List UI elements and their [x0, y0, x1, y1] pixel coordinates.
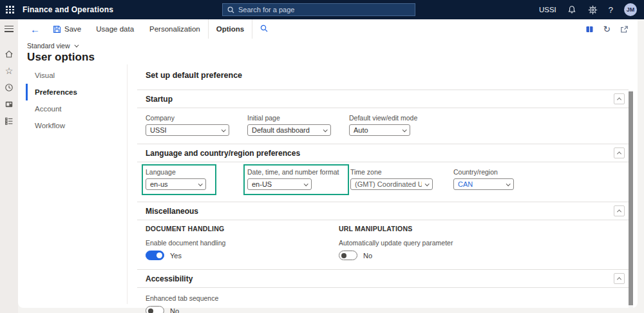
search-icon: [227, 6, 234, 14]
company-select[interactable]: USSI: [146, 124, 229, 136]
refresh-icon[interactable]: ↻: [603, 24, 611, 34]
chevron-down-icon: [506, 182, 511, 186]
enable-document-handling-state: Yes: [170, 252, 182, 260]
nav-item-preferences[interactable]: Preferences: [26, 84, 122, 100]
tab-personalization[interactable]: Personalization: [142, 19, 208, 39]
country-select[interactable]: CAN: [453, 178, 514, 190]
options-nav-list: Visual Preferences Account Workflow: [26, 67, 122, 134]
enable-document-handling-label: Enable document handling: [146, 239, 339, 247]
user-avatar[interactable]: JM: [624, 3, 637, 16]
global-search-input[interactable]: Search for a page: [222, 3, 415, 16]
chevron-up-icon: [617, 209, 621, 214]
timezone-label: Time zone: [350, 168, 453, 176]
enhanced-tab-sequence-label: Enhanced tab sequence: [146, 294, 629, 302]
favorites-star-icon[interactable]: ☆: [4, 66, 14, 76]
workspaces-icon[interactable]: [4, 99, 14, 109]
page-title: User options: [27, 51, 638, 64]
help-icon[interactable]: ?: [609, 5, 613, 15]
app-title: Finance and Operations: [23, 5, 113, 14]
url-manipulations-group-header: URL MANIPULATIONS: [339, 225, 532, 232]
enhanced-tab-sequence-state: No: [170, 307, 179, 313]
datetime-select[interactable]: en-US: [247, 178, 312, 190]
chevron-down-icon: [425, 182, 430, 186]
document-handling-group-header: DOCUMENT HANDLING: [146, 225, 339, 232]
view-mode-select[interactable]: Auto: [349, 124, 410, 136]
vertical-scrollbar-track[interactable]: [629, 90, 633, 308]
chevron-down-icon: [304, 182, 308, 186]
save-icon: [53, 25, 61, 33]
section-startup: Startup Company USSI Initial page Defaul…: [137, 90, 629, 144]
action-pane: ← Save Usage data Personalization Option…: [18, 19, 638, 39]
section-accessibility-title: Accessibility: [146, 274, 193, 283]
collapse-accessibility-button[interactable]: [614, 273, 625, 284]
tab-options[interactable]: Options: [208, 19, 252, 39]
back-button[interactable]: ←: [24, 24, 46, 35]
notifications-bell-icon[interactable]: [567, 5, 577, 15]
chevron-up-icon: [617, 277, 621, 281]
company-label: Company: [146, 114, 247, 122]
section-accessibility: Accessibility Enhanced tab sequence No S…: [137, 269, 629, 313]
nav-item-account[interactable]: Account: [26, 100, 122, 117]
navigation-rail: ☆: [0, 19, 18, 313]
section-miscellaneous: Miscellaneous DOCUMENT HANDLING Enable d…: [137, 202, 629, 269]
country-label: Country/region: [453, 168, 555, 176]
modules-list-icon[interactable]: [4, 116, 14, 126]
save-label: Save: [64, 25, 81, 33]
app-window: Finance and Operations Search for a page…: [0, 0, 644, 313]
section-language: Language and country/region preferences …: [137, 144, 629, 202]
section-language-title: Language and country/region preferences: [146, 149, 300, 158]
save-button[interactable]: Save: [46, 19, 88, 39]
company-selector[interactable]: USSI: [539, 6, 556, 14]
enhanced-tab-sequence-toggle[interactable]: [146, 306, 164, 313]
nav-item-visual[interactable]: Visual: [26, 67, 122, 84]
update-query-parameter-state: No: [363, 252, 372, 260]
action-pane-search-icon[interactable]: [252, 24, 276, 33]
collapse-language-button[interactable]: [614, 147, 625, 158]
collapse-startup-button[interactable]: [614, 93, 625, 104]
collapse-miscellaneous-button[interactable]: [614, 205, 625, 216]
view-mode-label: Default view/edit mode: [349, 114, 451, 122]
initial-page-label: Initial page: [247, 114, 349, 122]
preferences-content: Set up default preference Startup Compan…: [127, 64, 629, 304]
expand-menu-icon[interactable]: [5, 24, 14, 33]
enable-document-handling-toggle[interactable]: [146, 251, 164, 260]
chevron-down-icon: [402, 128, 407, 132]
update-query-parameter-toggle[interactable]: [339, 251, 357, 260]
annotation-box-language: Language en-us: [142, 164, 216, 195]
initial-page-select[interactable]: Default dashboard: [247, 124, 331, 136]
recent-clock-icon[interactable]: [4, 82, 14, 93]
page-header: Standard view User options: [18, 39, 638, 64]
chevron-down-icon: [323, 128, 328, 132]
content-heading: Set up default preference: [146, 71, 629, 80]
chevron-down-icon: [74, 43, 79, 47]
search-placeholder: Search for a page: [238, 6, 294, 14]
update-query-parameter-label: Automatically update query parameter: [339, 239, 532, 247]
app-launcher-waffle-icon[interactable]: [6, 6, 14, 14]
chevron-up-icon: [617, 151, 621, 156]
timezone-select[interactable]: (GMT) Coordinated Universal ...: [350, 178, 433, 190]
language-label: Language: [146, 168, 206, 176]
datetime-label: Date, time, and number format: [247, 168, 339, 176]
message-center-icon[interactable]: [585, 25, 594, 33]
section-startup-title: Startup: [146, 95, 173, 104]
vertical-scrollbar-thumb[interactable]: [629, 91, 633, 305]
chevron-down-icon: [198, 182, 203, 186]
chevron-down-icon: [222, 128, 226, 132]
top-navigation-bar: Finance and Operations Search for a page…: [0, 0, 644, 19]
tab-usage-data[interactable]: Usage data: [88, 19, 142, 39]
chevron-up-icon: [617, 97, 621, 102]
settings-gear-icon[interactable]: [588, 5, 598, 15]
home-icon[interactable]: [4, 49, 14, 59]
page-card: ← Save Usage data Personalization Option…: [18, 19, 638, 308]
language-select[interactable]: en-us: [146, 178, 206, 190]
open-in-new-window-icon[interactable]: [620, 25, 629, 33]
section-miscellaneous-title: Miscellaneous: [146, 207, 198, 216]
view-selector[interactable]: Standard view: [27, 42, 77, 50]
annotation-box-datetime: Date, time, and number format en-US: [243, 164, 349, 195]
nav-item-workflow[interactable]: Workflow: [26, 117, 122, 134]
view-selector-label: Standard view: [27, 42, 70, 50]
